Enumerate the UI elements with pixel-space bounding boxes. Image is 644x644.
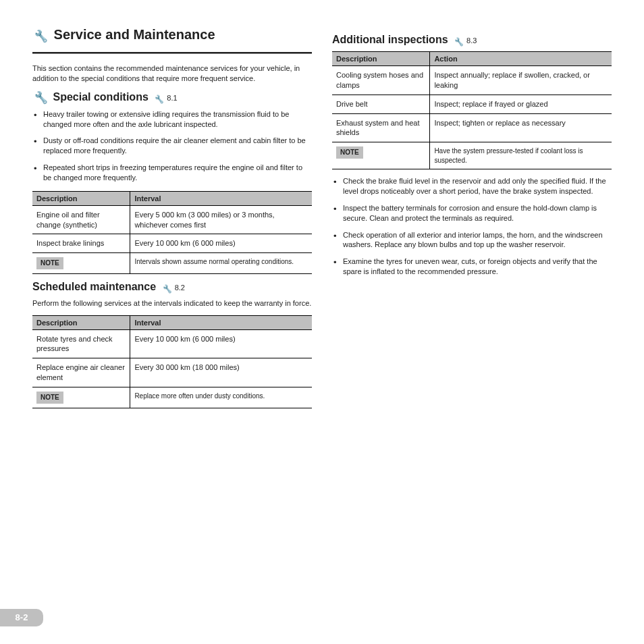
left-column: 🔧 Service and Maintenance This section c… — [32, 27, 312, 415]
list-item: Dusty or off-road conditions require the… — [32, 136, 312, 156]
table-cell: Inspect; tighten or replace as necessary — [430, 113, 612, 142]
table-cell: Every 5 000 km (3 000 miles) or 3 months… — [130, 205, 312, 234]
scheduled-intro: Perform the following services at the in… — [32, 298, 312, 308]
table-cell: Cooling system hoses and clamps — [332, 66, 430, 95]
table-row: Exhaust system and heat shields Inspect;… — [332, 113, 612, 142]
wrench-icon: 🔧 — [161, 284, 172, 294]
subheading-special-conditions: 🔧 Special conditions 🔧8.1 — [32, 90, 312, 105]
table-note-row: NOTE Have the system pressure-tested if … — [332, 142, 612, 169]
ref-number: 8.2 — [175, 284, 185, 292]
list-item: Repeated short trips in freezing tempera… — [32, 163, 312, 183]
intro-paragraph: This section contains the recommended ma… — [32, 63, 312, 84]
subheading-text: Scheduled maintenance — [32, 281, 156, 292]
table-cell: Every 10 000 km (6 000 miles) — [130, 234, 312, 253]
table-header: Interval — [130, 191, 312, 205]
table-header-row: Description Action — [332, 52, 612, 66]
table-cell: Replace engine air cleaner element — [32, 358, 130, 387]
table-additional-inspections: Description Action Cooling system hoses … — [332, 51, 612, 169]
table-note-row: NOTE Intervals shown assume normal opera… — [32, 253, 312, 274]
special-conditions-list: Heavy trailer towing or extensive idling… — [32, 109, 312, 183]
right-column: Additional inspections 🔧8.3 Description … — [332, 27, 612, 415]
list-item: Heavy trailer towing or extensive idling… — [32, 109, 312, 130]
table-cell: Exhaust system and heat shields — [332, 113, 430, 142]
subheading-additional-inspections: Additional inspections 🔧8.3 — [332, 34, 612, 47]
list-item: Check the brake fluid level in the reser… — [332, 176, 612, 196]
note-label: NOTE — [36, 257, 63, 269]
table-cell: Replace more often under dusty condition… — [130, 387, 312, 408]
title-rule — [32, 52, 312, 54]
table-header-row: Description Interval — [32, 191, 312, 205]
page-number-tab: 8-2 — [0, 609, 43, 626]
ref-number: 8.1 — [167, 94, 177, 102]
wrench-icon: 🔧 — [32, 90, 48, 106]
table-cell: Inspect annually; replace if swollen, cr… — [430, 66, 612, 95]
table-cell: Have the system pressure-tested if coola… — [430, 142, 612, 169]
page-content: 🔧 Service and Maintenance This section c… — [0, 0, 644, 442]
subheading-text: Special conditions — [53, 91, 148, 103]
page-footer: 8-2 — [0, 609, 43, 626]
table-header-row: Description Interval — [32, 315, 312, 329]
table-note-row: NOTE Replace more often under dusty cond… — [32, 387, 312, 408]
table-cell: Intervals shown assume normal operating … — [130, 253, 312, 274]
table-cell: Every 30 000 km (18 000 miles) — [130, 358, 312, 387]
table-row: Replace engine air cleaner element Every… — [32, 358, 312, 387]
subheading-scheduled-maintenance: Scheduled maintenance 🔧8.2 — [32, 281, 312, 294]
subheading-ref: 🔧8.2 — [162, 284, 185, 292]
table-cell: Inspect; replace if frayed or glazed — [430, 95, 612, 113]
list-item: Inspect the battery terminals for corros… — [332, 203, 612, 223]
subheading-ref: 🔧8.1 — [154, 94, 177, 102]
table-cell: Rotate tyres and check pressures — [32, 329, 130, 358]
table-special-conditions: Description Interval Engine oil and filt… — [32, 191, 312, 274]
wrench-icon: 🔧 — [32, 28, 48, 45]
table-cell: NOTE — [332, 142, 430, 169]
table-cell: Every 10 000 km (6 000 miles) — [130, 329, 312, 358]
list-item: Check operation of all exterior and inte… — [332, 230, 612, 250]
table-scheduled-maintenance: Description Interval Rotate tyres and ch… — [32, 315, 312, 408]
table-header: Description — [332, 52, 430, 66]
ref-number: 8.3 — [466, 36, 477, 45]
table-row: Drive belt Inspect; replace if frayed or… — [332, 95, 612, 113]
note-label: NOTE — [36, 392, 63, 404]
table-header: Description — [32, 191, 130, 205]
wrench-icon: 🔧 — [154, 94, 165, 105]
section-title: 🔧 Service and Maintenance — [32, 27, 312, 47]
table-row: Inspect brake linings Every 10 000 km (6… — [32, 234, 312, 253]
section-title-text: Service and Maintenance — [54, 27, 215, 42]
table-header: Action — [430, 52, 612, 66]
additional-inspections-list: Check the brake fluid level in the reser… — [332, 176, 612, 277]
subheading-text: Additional inspections — [332, 34, 448, 45]
note-label: NOTE — [336, 146, 363, 159]
list-item: Examine the tyres for uneven wear, cuts,… — [332, 257, 612, 277]
table-cell: NOTE — [32, 387, 130, 408]
table-cell: Inspect brake linings — [32, 234, 130, 253]
table-row: Rotate tyres and check pressures Every 1… — [32, 329, 312, 358]
table-cell: Engine oil and filter change (synthetic) — [32, 205, 130, 234]
wrench-icon: 🔧 — [453, 36, 464, 47]
table-cell: Drive belt — [332, 95, 430, 113]
table-row: Engine oil and filter change (synthetic)… — [32, 205, 312, 234]
table-row: Cooling system hoses and clamps Inspect … — [332, 66, 612, 95]
table-header: Interval — [130, 315, 312, 329]
subheading-ref: 🔧8.3 — [454, 36, 477, 45]
table-header: Description — [32, 315, 130, 329]
table-cell: NOTE — [32, 253, 130, 274]
